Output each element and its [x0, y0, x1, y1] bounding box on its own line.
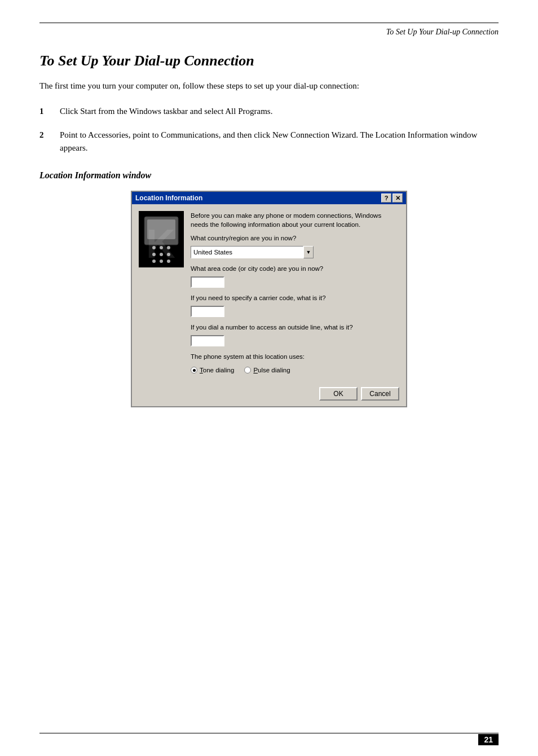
country-select[interactable]: United States ▼ [191, 246, 399, 258]
step-2-text: Point to Accessories, point to Communica… [60, 129, 499, 155]
page-header: To Set Up Your Dial-up Connection [39, 28, 499, 37]
area-code-input[interactable] [191, 276, 224, 288]
help-button[interactable]: ? [381, 194, 391, 203]
location-info-dialog: Location Information ? ✕ [131, 191, 407, 407]
intro-paragraph: The first time you turn your computer on… [39, 80, 499, 93]
page-container: To Set Up Your Dial-up Connection To Set… [0, 0, 538, 756]
dialog-wrapper: Location Information ? ✕ [39, 191, 499, 407]
titlebar-buttons: ? ✕ [381, 194, 403, 203]
tone-dialing-radio[interactable]: Tone dialing [191, 367, 234, 373]
tone-radio-dot [193, 369, 196, 372]
svg-text:K: K [146, 221, 175, 265]
step-2: 2 Point to Accessories, point to Communi… [39, 129, 499, 155]
carrier-code-input[interactable] [191, 306, 224, 317]
steps-list: 1 Click Start from the Windows taskbar a… [39, 105, 499, 155]
carrier-code-label: If you need to specify a carrier code, w… [191, 295, 399, 301]
country-select-box[interactable]: United States [191, 246, 303, 258]
tone-radio-circle[interactable] [191, 367, 197, 373]
subsection-title: Location Information window [39, 170, 499, 181]
tone-label: Tone dialing [200, 367, 234, 373]
cancel-button[interactable]: Cancel [361, 387, 399, 401]
dialog-body: K Before you can make any phone or modem… [132, 204, 406, 384]
outside-line-input[interactable] [191, 335, 224, 346]
pulse-dialing-radio[interactable]: Pulse dialing [244, 367, 290, 373]
close-button[interactable]: ✕ [393, 194, 403, 203]
step-1: 1 Click Start from the Windows taskbar a… [39, 105, 499, 118]
bottom-rule [39, 733, 499, 733]
outside-line-label: If you dial a number to access an outsid… [191, 324, 399, 331]
dialog-content: Before you can make any phone or modem c… [191, 211, 399, 377]
ok-button[interactable]: OK [319, 387, 358, 401]
pulse-radio-circle[interactable] [244, 367, 251, 373]
header-text: To Set Up Your Dial-up Connection [386, 28, 499, 36]
dialog-titlebar: Location Information ? ✕ [132, 192, 406, 204]
dialog-title: Location Information [135, 194, 202, 202]
phone-system-radio-group: Tone dialing Pulse dialing [191, 367, 399, 373]
area-code-label: What area code (or city code) are you in… [191, 265, 399, 272]
phone-svg-icon: K [142, 214, 181, 265]
country-value: United States [193, 249, 232, 256]
step-1-number: 1 [39, 105, 60, 118]
dialog-buttons: OK Cancel [132, 384, 406, 406]
country-label: What country/region are you in now? [191, 235, 399, 241]
step-1-text: Click Start from the Windows taskbar and… [60, 105, 499, 118]
page-number: 21 [478, 734, 499, 745]
section-title: To Set Up Your Dial-up Connection [39, 52, 499, 69]
page-number-area: 21 [478, 735, 499, 745]
top-rule [39, 23, 499, 23]
dialog-description: Before you can make any phone or modem c… [191, 211, 399, 229]
phone-system-label: The phone system at this location uses: [191, 353, 399, 360]
step-2-number: 2 [39, 129, 60, 142]
dialog-icon: K [139, 211, 184, 267]
country-select-arrow[interactable]: ▼ [303, 246, 314, 258]
pulse-label: Pulse dialing [253, 367, 290, 373]
